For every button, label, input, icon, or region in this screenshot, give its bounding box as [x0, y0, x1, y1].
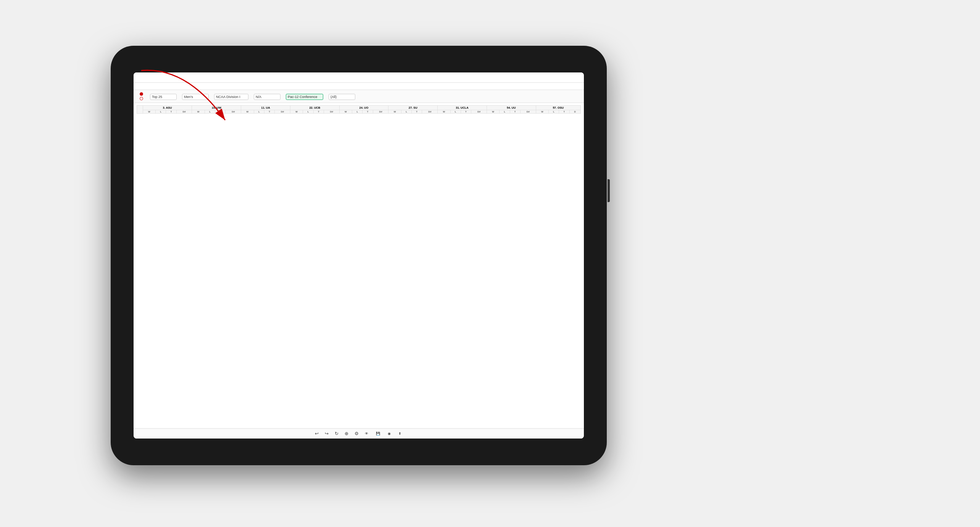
main-navigation [134, 72, 584, 83]
col-header-ucb: 22. UCB [290, 106, 339, 110]
view-original-button[interactable]: 👁 [365, 432, 370, 435]
max-teams-filter: Top 25 Top 50 All [150, 93, 177, 100]
settings-button[interactable]: ⚙ [355, 431, 359, 436]
region-filter: N/A East West South Midwest [254, 93, 280, 100]
max-teams-select[interactable]: Top 25 Top 50 All [150, 94, 177, 100]
col-header-ucla: 31. UCLA [438, 106, 487, 110]
team-select[interactable]: (All) [329, 94, 355, 100]
save-icon: 💾 [376, 432, 380, 435]
col-header-empty [137, 106, 143, 114]
refresh-button[interactable]: ↻ [335, 431, 338, 436]
full-view-radio[interactable] [140, 92, 145, 96]
filter-bar: Top 25 Top 50 All Men's Women's NCAA Div… [134, 90, 584, 103]
col-header-asu: 3. ASU [143, 106, 192, 110]
undo-icon: ↩ [315, 431, 319, 436]
region-select[interactable]: N/A East West South Midwest [254, 94, 280, 100]
col-header-ua: 11. UA [241, 106, 290, 110]
save-custom-button[interactable]: 💾 [376, 432, 382, 435]
division-select[interactable]: NCAA Division I NCAA Division II NCAA Di… [214, 94, 248, 100]
settings-icon: ⚙ [355, 431, 359, 436]
conference-filter: Pac-12 Conference (All) ACC Big 12 Big T… [286, 93, 323, 100]
col-header-uw: 10. UW [192, 106, 241, 110]
sub-navigation [134, 83, 584, 90]
refresh-icon: ↻ [335, 431, 338, 436]
compact-view-radio[interactable] [140, 97, 145, 100]
undo-button[interactable]: ↩ [315, 431, 319, 436]
division-filter: NCAA Division I NCAA Division II NCAA Di… [214, 93, 248, 100]
zoom-icon: ⊕ [345, 431, 348, 436]
gender-select[interactable]: Men's Women's [182, 94, 209, 100]
tablet-side-button [608, 179, 610, 202]
redo-icon: ↪ [325, 431, 329, 436]
share-icon: ⬆ [398, 432, 401, 435]
main-nav-items [147, 76, 175, 79]
tablet-screen: Top 25 Top 50 All Men's Women's NCAA Div… [134, 72, 584, 439]
matrix-table: 3. ASU 10. UW 11. UA 22. UCB 24. UO 27. … [137, 105, 581, 114]
radio-empty-icon [140, 97, 143, 100]
watch-button[interactable]: ◉ [388, 432, 392, 435]
zoom-button[interactable]: ⊕ [345, 431, 348, 436]
col-header-su: 27. SU [388, 106, 438, 110]
col-header-osu: 57. OSU [536, 106, 580, 110]
eye-icon: 👁 [365, 432, 368, 435]
gender-filter: Men's Women's [182, 93, 209, 100]
view-mode-radio [140, 92, 145, 100]
tablet-device: Top 25 Top 50 All Men's Women's NCAA Div… [111, 46, 607, 465]
team-filter: (All) [329, 93, 355, 100]
watch-icon: ◉ [388, 432, 391, 435]
conference-select[interactable]: Pac-12 Conference (All) ACC Big 12 Big T… [286, 94, 323, 100]
col-header-uu: 54. UU [487, 106, 536, 110]
radio-filled-icon [140, 92, 143, 96]
share-button[interactable]: ⬆ [398, 432, 403, 435]
redo-button[interactable]: ↪ [325, 431, 329, 436]
matrix-content[interactable]: 3. ASU 10. UW 11. UA 22. UCB 24. UO 27. … [134, 103, 584, 416]
bottom-toolbar: ↩ ↪ ↻ ⊕ ⚙ 👁 💾 ◉ [134, 428, 584, 439]
col-header-uo: 24. UO [339, 106, 388, 110]
